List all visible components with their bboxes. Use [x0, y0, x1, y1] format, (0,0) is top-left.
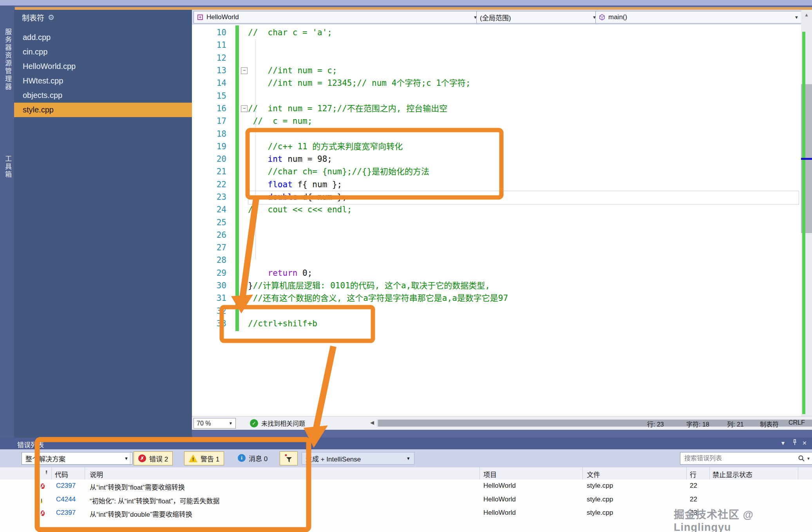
- column-code[interactable]: 代码: [55, 469, 68, 479]
- document-well-accent: [15, 7, 812, 10]
- line-number: 11: [192, 40, 226, 50]
- code-line[interactable]: 19 //c++ 11 的方式来判度宽窄向转化: [192, 140, 801, 153]
- member-combo-value: main(): [608, 13, 627, 21]
- file-item[interactable]: HelloWorld.cpp: [14, 59, 192, 74]
- code-line[interactable]: 31 //还有这个数据的含义, 这个a字符是字符串那它是a,a是数字它是97: [192, 292, 801, 304]
- code-line[interactable]: 14 //int num = 12345;// num 4个字符;c 1个字符;: [192, 77, 801, 89]
- error-project: HelloWorld: [483, 509, 516, 517]
- chevron-down-icon: ▼: [229, 421, 233, 425]
- error-file: style.cpp: [587, 496, 613, 503]
- clear-filter-button[interactable]: [280, 451, 298, 465]
- code-line[interactable]: 13− //int num = c;: [192, 64, 801, 77]
- errors-toggle[interactable]: ✗ 错误 2: [134, 451, 173, 465]
- code-text: int num = 98;: [248, 153, 332, 165]
- code-line[interactable]: 30}//计算机底层逻辑: 0101的代码, 这个a,取决于它的数据类型,: [192, 279, 801, 292]
- chevron-down-icon[interactable]: ▼: [807, 456, 810, 461]
- code-line[interactable]: 27: [192, 241, 801, 254]
- code-line[interactable]: 23 double d{ num };: [192, 191, 801, 203]
- scroll-up-icon[interactable]: ▲: [804, 12, 809, 18]
- column-description[interactable]: 说明: [90, 469, 103, 479]
- code-line[interactable]: 15: [192, 89, 801, 102]
- error-code[interactable]: C4244: [56, 496, 76, 503]
- scrollbar-caret-mark: [801, 158, 812, 160]
- scope-filter-combo[interactable]: 整个解决方案 ▼: [22, 452, 132, 465]
- column-project[interactable]: 项目: [483, 469, 497, 479]
- chevron-down-icon: ▼: [124, 456, 128, 461]
- file-item[interactable]: add.cpp: [14, 30, 192, 45]
- zoom-select[interactable]: 70 % ▼: [194, 418, 236, 429]
- hscrollbar-thumb[interactable]: [378, 420, 812, 427]
- code-text: // int num = 127;//不在范围之内, 控台输出空: [248, 102, 447, 115]
- code-line[interactable]: 11: [192, 39, 801, 51]
- error-list-title: 错误列表: [17, 440, 44, 449]
- window-position-icon[interactable]: ▼: [780, 440, 786, 446]
- fold-marker-icon[interactable]: −: [241, 105, 248, 112]
- file-item[interactable]: objects.cpp: [14, 88, 192, 103]
- error-search-box[interactable]: ▼: [680, 452, 812, 465]
- code-text: double d{ num };: [248, 191, 347, 203]
- pin-icon[interactable]: [792, 439, 798, 446]
- method-cube-icon: [599, 14, 605, 20]
- code-text: //int num = c;: [248, 64, 337, 77]
- code-line[interactable]: 16−// int num = 127;//不在范围之内, 控台输出空: [192, 102, 801, 115]
- search-icon[interactable]: [798, 455, 805, 462]
- code-line[interactable]: 20 int num = 98;: [192, 153, 801, 165]
- file-item[interactable]: HWtest.cpp: [14, 74, 192, 88]
- error-row[interactable]: ✗C2397从“int”转换到“float”需要收缩转换HelloWorldst…: [0, 480, 812, 493]
- error-code[interactable]: C2397: [56, 482, 76, 490]
- editor-vscrollbar[interactable]: ▲: [801, 10, 812, 416]
- file-item[interactable]: cin.cpp: [14, 45, 192, 59]
- status-eol: CRLF: [788, 419, 805, 426]
- code-text: // cout << c<< endl;: [248, 203, 352, 216]
- line-number: 24: [192, 205, 226, 214]
- code-line[interactable]: 33//ctrl+shilf+b: [192, 317, 801, 330]
- code-line[interactable]: 22 float f{ num };: [192, 178, 801, 191]
- line-number: 20: [192, 154, 226, 164]
- editor-hscrollbar[interactable]: [377, 420, 812, 427]
- code-line[interactable]: 12: [192, 52, 801, 64]
- code-text: //c++ 11 的方式来判度宽窄向转化: [248, 140, 403, 153]
- column-suppression[interactable]: 禁止显示状态: [713, 469, 752, 479]
- line-number: 28: [192, 255, 226, 265]
- project-combo[interactable]: HelloWorld ▼: [194, 11, 481, 24]
- code-line[interactable]: 28: [192, 254, 801, 266]
- messages-toggle[interactable]: i 消息 0: [233, 451, 272, 465]
- source-filter-combo[interactable]: 生成 + IntelliSense ▼: [302, 452, 414, 465]
- sidebar-item-toolbox[interactable]: 工具箱: [3, 155, 13, 179]
- warnings-toggle[interactable]: ! 警告 1: [184, 451, 224, 465]
- error-description: 从“int”转换到“double”需要收缩转换: [90, 509, 192, 519]
- scope-combo[interactable]: (全局范围) ▼: [476, 11, 600, 24]
- code-line[interactable]: 18: [192, 127, 801, 140]
- status-line: 行: 23: [647, 419, 664, 429]
- fold-marker-icon[interactable]: −: [241, 67, 248, 74]
- source-filter-value: 生成 + IntelliSense: [306, 454, 361, 463]
- code-line[interactable]: 26: [192, 229, 801, 241]
- error-code[interactable]: C2397: [56, 509, 76, 517]
- code-line[interactable]: 29 return 0;: [192, 267, 801, 279]
- severity-column-icon[interactable]: !!: [45, 469, 47, 475]
- code-line[interactable]: 32: [192, 305, 801, 317]
- close-icon[interactable]: ✕: [802, 440, 807, 446]
- code-line[interactable]: 25: [192, 216, 801, 228]
- error-row[interactable]: !C4244“初始化”: 从“int”转换到“float”，可能丢失数据Hell…: [0, 493, 812, 507]
- document-health[interactable]: ✓ 未找到相关问题: [250, 418, 305, 428]
- messages-toggle-label: 消息 0: [249, 453, 268, 463]
- code-line[interactable]: 10// char c = 'a';: [192, 26, 801, 39]
- code-editor[interactable]: 10// char c = 'a';111213− //int num = c;…: [192, 25, 801, 416]
- member-combo[interactable]: main() ▼: [595, 11, 802, 24]
- code-text: return 0;: [248, 267, 312, 279]
- line-number: 33: [192, 319, 226, 328]
- column-line[interactable]: 行: [690, 469, 696, 479]
- file-item[interactable]: style.cpp: [14, 103, 192, 117]
- scroll-left-icon[interactable]: ◀: [370, 420, 374, 425]
- error-file: style.cpp: [587, 509, 613, 517]
- code-line[interactable]: 21 //char ch= {num};//{}是初始化的方法: [192, 165, 801, 178]
- column-file[interactable]: 文件: [587, 469, 600, 479]
- zoom-value: 70 %: [197, 420, 211, 427]
- gear-icon[interactable]: ⚙: [48, 13, 54, 22]
- search-input[interactable]: [684, 454, 798, 462]
- sidebar-item-server-explorer[interactable]: 服务器资源管理器: [3, 28, 13, 91]
- code-line[interactable]: 24// cout << c<< endl;: [192, 203, 801, 216]
- code-line[interactable]: 17 // c = num;: [192, 115, 801, 127]
- error-description: 从“int”转换到“float”需要收缩转换: [90, 482, 185, 492]
